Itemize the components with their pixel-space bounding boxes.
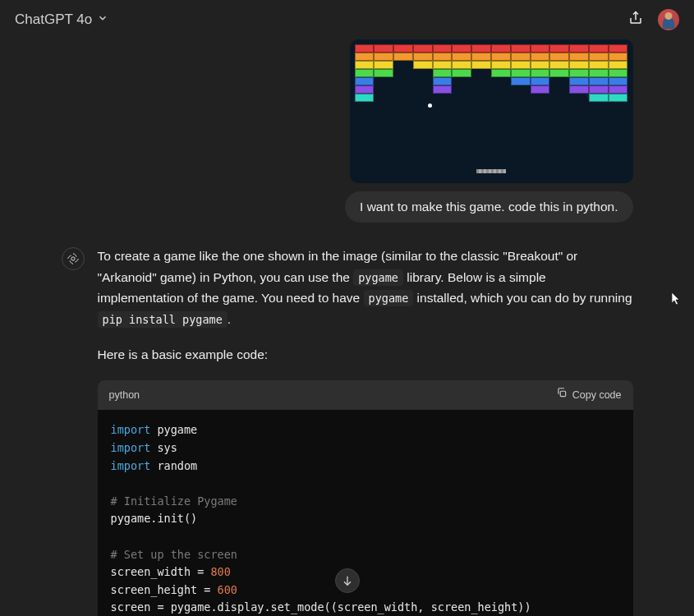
user-text: I want to make this game. code this in p…: [360, 200, 618, 214]
code-header: python Copy code: [98, 380, 633, 411]
user-bubble: I want to make this game. code this in p…: [345, 191, 632, 223]
assistant-message: To create a game like the one shown in t…: [62, 246, 633, 616]
chat-container: I want to make this game. code this in p…: [52, 39, 643, 616]
user-attachment-image[interactable]: [350, 39, 633, 183]
code-lang-label: python: [109, 387, 140, 404]
copy-icon: [556, 387, 568, 404]
scroll-to-bottom-button[interactable]: [335, 568, 360, 593]
inline-code: pip install pygame: [98, 311, 228, 328]
game-ball: [428, 103, 432, 108]
assistant-paragraph-2: Here is a basic example code:: [98, 344, 633, 365]
header-actions: [628, 9, 679, 30]
share-button[interactable]: [628, 11, 643, 29]
model-label: ChatGPT 4o: [15, 11, 92, 28]
inline-code: pygame: [353, 269, 403, 286]
user-message: I want to make this game. code this in p…: [62, 39, 633, 223]
model-selector[interactable]: ChatGPT 4o: [15, 11, 108, 28]
code-body[interactable]: import pygame import sys import random #…: [98, 410, 633, 616]
inline-code: pygame: [364, 290, 414, 306]
assistant-avatar-icon: [62, 247, 85, 270]
svg-point-1: [71, 257, 74, 260]
game-paddle: [476, 169, 506, 173]
assistant-content: To create a game like the one shown in t…: [98, 246, 633, 616]
copy-label: Copy code: [572, 387, 622, 404]
app-header: ChatGPT 4o: [0, 0, 694, 39]
code-block: python Copy code import pygame import sy…: [98, 380, 633, 616]
assistant-paragraph-1: To create a game like the one shown in t…: [98, 246, 633, 329]
chevron-down-icon: [97, 11, 108, 28]
avatar[interactable]: [658, 9, 679, 30]
mouse-cursor-icon: [672, 292, 682, 308]
svg-rect-2: [560, 391, 565, 396]
copy-code-button[interactable]: Copy code: [556, 387, 622, 404]
